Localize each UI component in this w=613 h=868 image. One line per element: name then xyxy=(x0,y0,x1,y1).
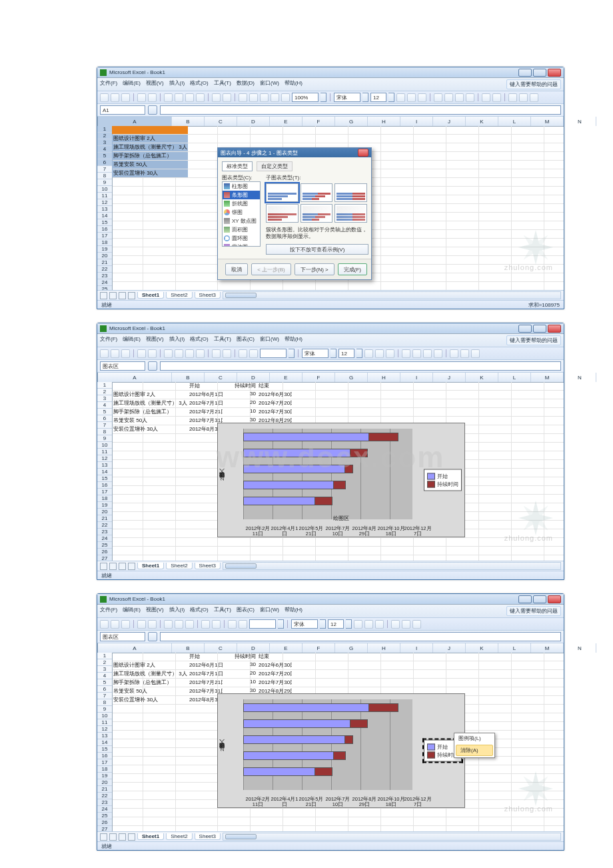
menu-edit[interactable]: 编辑(E) xyxy=(123,335,141,345)
underline-button[interactable] xyxy=(386,349,394,358)
italic-button[interactable] xyxy=(364,620,373,629)
cell[interactable]: 20 xyxy=(223,670,257,678)
formula-input[interactable] xyxy=(160,105,561,115)
col-A[interactable]: A xyxy=(98,373,172,382)
cell[interactable]: 持续时间 xyxy=(223,382,257,390)
cell[interactable]: 结束 xyxy=(257,653,292,661)
tab-last-button[interactable] xyxy=(128,563,135,570)
undo-button[interactable] xyxy=(201,620,210,629)
menu-tools[interactable]: 工具(T) xyxy=(214,606,231,616)
formula-bar[interactable]: A1 xyxy=(97,104,564,117)
menu-help[interactable]: 帮助(H) xyxy=(285,606,303,616)
menu-tools[interactable]: 工具(T) xyxy=(214,79,231,89)
name-box[interactable]: 图表区 xyxy=(100,361,145,371)
col-E[interactable]: E xyxy=(270,373,303,382)
new-button[interactable] xyxy=(100,93,109,102)
col-J[interactable]: J xyxy=(433,117,466,126)
underline-button[interactable] xyxy=(418,93,426,102)
menu-help[interactable]: 帮助(H) xyxy=(285,335,303,345)
preview-button[interactable] xyxy=(148,620,157,629)
close-button[interactable] xyxy=(548,595,561,603)
italic-button[interactable] xyxy=(375,349,384,358)
cell[interactable]: 施工现场放线（测量尺寸） 3人 xyxy=(112,399,188,407)
col-L[interactable]: L xyxy=(498,373,531,382)
merge-button[interactable] xyxy=(466,93,474,102)
cell[interactable]: 吊笼安装 50人 xyxy=(112,417,188,425)
col-I[interactable]: I xyxy=(400,373,433,382)
tab-prev-button[interactable] xyxy=(109,292,117,299)
font-name-box[interactable]: 宋体 xyxy=(302,349,328,358)
menu-data[interactable]: 数据(D) xyxy=(237,79,255,89)
maximize-button[interactable] xyxy=(533,69,546,77)
new-button[interactable] xyxy=(100,349,109,358)
tab-first-button[interactable] xyxy=(100,292,107,299)
redo-button[interactable] xyxy=(212,620,221,629)
cell[interactable]: 2012年7月21日 xyxy=(188,408,223,416)
worksheet-grid[interactable]: A B C D E F G H I J K L M N 1234 5678 91… xyxy=(97,643,564,831)
paste-button[interactable] xyxy=(185,620,194,629)
zoom-dropdown[interactable] xyxy=(289,349,295,358)
col-N[interactable]: N xyxy=(564,117,596,126)
col-H[interactable]: H xyxy=(368,373,400,382)
col-B[interactable]: B xyxy=(172,643,205,653)
copy-button[interactable] xyxy=(175,93,183,102)
align-right-button[interactable] xyxy=(455,93,464,102)
dialog-close-button[interactable] xyxy=(358,149,368,157)
chart-button[interactable] xyxy=(228,620,237,629)
col-G[interactable]: G xyxy=(335,117,368,126)
bold-button[interactable] xyxy=(396,93,405,102)
font-name-box[interactable]: 宋体 xyxy=(334,93,360,102)
zoom-box[interactable] xyxy=(249,619,276,629)
maximize-button[interactable] xyxy=(533,595,546,603)
cell[interactable]: 脚手架拆除（总包施工） xyxy=(112,152,188,160)
merge-button[interactable] xyxy=(434,349,442,358)
menu-view[interactable]: 视图(V) xyxy=(146,335,164,345)
col-A[interactable]: A xyxy=(98,643,172,653)
zoom-box[interactable] xyxy=(260,349,287,358)
open-button[interactable] xyxy=(111,349,119,358)
cut-button[interactable] xyxy=(164,93,173,102)
sheet-tab[interactable]: Sheet1 xyxy=(137,833,164,840)
preview-button[interactable] xyxy=(148,93,157,102)
menu-window[interactable]: 窗口(W) xyxy=(260,606,279,616)
borders-button[interactable] xyxy=(450,349,458,358)
col-L[interactable]: L xyxy=(498,117,531,126)
bar-start[interactable] xyxy=(243,719,351,728)
font-size-box[interactable]: 12 xyxy=(328,619,344,629)
column-headers[interactable]: A B C D E F G H I J K L M N xyxy=(97,117,564,127)
col-E[interactable]: E xyxy=(270,117,303,126)
plot-area[interactable] xyxy=(243,699,412,790)
subtype-grid[interactable] xyxy=(266,183,367,223)
align-right-button[interactable] xyxy=(423,349,432,358)
save-button[interactable] xyxy=(121,620,130,629)
menu-insert[interactable]: 插入(I) xyxy=(169,606,185,616)
tab-next-button[interactable] xyxy=(119,292,126,299)
menu-view[interactable]: 视图(V) xyxy=(146,606,164,616)
col-K[interactable]: K xyxy=(466,373,498,382)
cell[interactable]: 开始 xyxy=(188,653,223,661)
y-axis-title[interactable]: 图纸设计图审 2人 xyxy=(219,478,227,483)
tab-first-button[interactable] xyxy=(100,833,107,841)
fx-icon[interactable] xyxy=(148,105,157,115)
print-button[interactable] xyxy=(137,620,146,629)
cut-button[interactable] xyxy=(164,349,173,358)
print-button[interactable] xyxy=(137,93,146,102)
currency-button[interactable] xyxy=(482,93,490,102)
tab-next-button[interactable] xyxy=(119,563,126,570)
drawing-button[interactable] xyxy=(239,620,247,629)
back-button[interactable]: < 上一步(B) xyxy=(251,263,291,275)
format-painter-button[interactable] xyxy=(196,93,205,102)
bar-dur[interactable] xyxy=(350,449,368,457)
sheet-tab[interactable]: Sheet3 xyxy=(195,833,221,840)
finish-button[interactable]: 完成(F) xyxy=(338,263,367,275)
cell[interactable]: 图纸设计图审 2人 xyxy=(112,391,188,399)
tab-last-button[interactable] xyxy=(128,833,135,841)
toolbar-standard[interactable]: 宋体 12 xyxy=(97,618,564,631)
col-I[interactable]: I xyxy=(400,643,433,653)
cell[interactable]: 脚手架拆除（总包施工） xyxy=(112,679,188,687)
tab-custom[interactable]: 自定义类型 xyxy=(257,161,293,171)
dialog-title[interactable]: 图表向导 - 4 步骤之 1 - 图表类型 xyxy=(218,148,371,157)
menu-format[interactable]: 格式(O) xyxy=(190,335,209,345)
menu-file[interactable]: 文件(F) xyxy=(100,79,117,89)
toolbar-standard[interactable]: 宋体 12 xyxy=(97,347,564,360)
